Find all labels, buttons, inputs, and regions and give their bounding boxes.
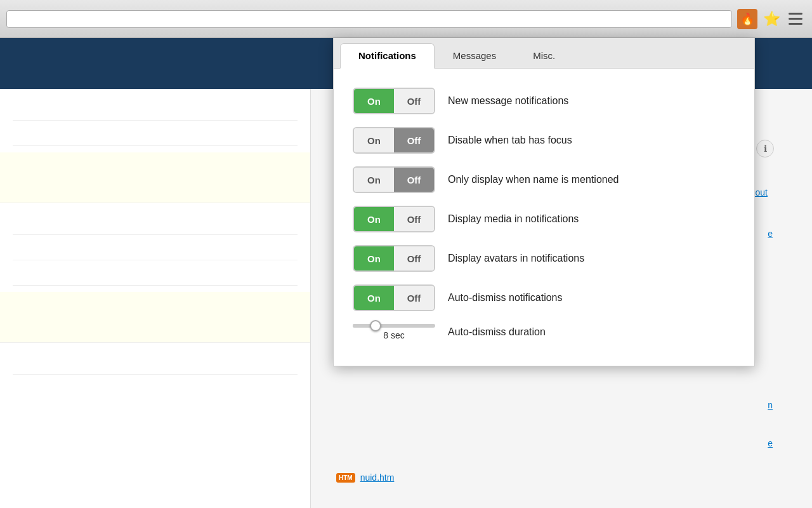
toggle-label-display-avatars: Display avatars in notifications [448,253,584,264]
toggle-mention-only[interactable]: On Off [353,166,435,193]
circle-icon-area: ℹ [756,140,774,157]
panel-content: On Off New message notifications On Off … [334,69,754,366]
tab-messages[interactable]: Messages [435,43,514,68]
content-line [13,260,298,286]
toggle-row-display-media: On Off Display media in notifications [353,199,735,239]
toggle-off-btn[interactable]: Off [394,89,434,113]
toggle-display-avatars[interactable]: On Off [353,245,435,272]
tabs-bar: Notifications Messages Misc. [334,38,754,69]
content-line [13,121,298,146]
side-link-1[interactable]: e [768,229,773,239]
popup-panel: Notifications Messages Misc. On Off New … [333,38,755,366]
menu-line [789,23,802,25]
menu-icon[interactable] [785,9,806,29]
content-yellow-block [0,292,310,343]
toggle-off-btn[interactable]: Off [394,168,434,192]
slider-thumb[interactable] [370,320,381,331]
toggle-label-new-message: New message notifications [448,95,568,107]
tab-misc[interactable]: Misc. [514,43,573,68]
flame-icon[interactable]: 🔥 [737,9,757,29]
content-area [0,89,311,508]
content-yellow-block [0,152,310,203]
content-lines [0,89,310,381]
slider-value: 8 sec [383,330,404,340]
toggle-label-display-media: Display media in notifications [448,213,579,225]
slider-container: 8 sec [353,324,435,340]
toggle-row-auto-dismiss: On Off Auto-dismiss notifications [353,278,735,318]
toolbar-icons: 🔥 ⭐ [737,9,806,29]
toggle-off-btn[interactable]: Off [394,246,434,271]
toggle-new-message[interactable]: On Off [353,88,435,114]
toggle-on-btn[interactable]: On [354,246,394,271]
slider-row-auto-dismiss-duration: 8 sec Auto-dismiss duration [353,318,735,347]
toggle-row-disable-tab: On Off Disable when tab has focus [353,121,735,160]
toggle-on-btn[interactable]: On [354,128,394,152]
html-link-area: HTM nuid.htm [336,472,394,483]
menu-line [789,18,802,20]
toggle-on-btn[interactable]: On [354,286,394,310]
content-line [13,95,298,121]
toggle-label-mention-only: Only display when name is mentioned [448,174,619,185]
toggle-display-media[interactable]: On Off [353,206,435,232]
toggle-row-mention-only: On Off Only display when name is mention… [353,160,735,199]
content-line [13,235,298,260]
menu-line [789,13,802,15]
side-link-3[interactable]: e [768,438,773,448]
toggle-row-display-avatars: On Off Display avatars in notifications [353,239,735,278]
html-badge: HTM [336,473,355,483]
toggle-off-btn[interactable]: Off [394,128,434,152]
content-line [13,210,298,235]
toggle-disable-tab[interactable]: On Off [353,127,435,154]
slider-track [353,324,435,328]
html-link[interactable]: nuid.htm [360,472,395,483]
toggle-off-btn[interactable]: Off [394,286,434,310]
slider-label: Auto-dismiss duration [448,326,546,338]
circle-icon[interactable]: ℹ [756,140,774,157]
toggle-on-btn[interactable]: On [354,168,394,192]
toggle-row-new-message: On Off New message notifications [353,81,735,121]
toggle-label-auto-dismiss: Auto-dismiss notifications [448,292,563,304]
side-link-2[interactable]: n [768,400,773,410]
browser-chrome: 🔥 ⭐ [0,0,812,38]
tab-notifications[interactable]: Notifications [340,43,435,69]
toggle-on-btn[interactable]: On [354,207,394,231]
toggle-label-disable-tab: Disable when tab has focus [448,135,572,146]
toggle-off-btn[interactable]: Off [394,207,434,231]
toggle-auto-dismiss[interactable]: On Off [353,284,435,311]
browser-toolbar: 🔥 ⭐ [6,9,806,29]
star-icon[interactable]: ⭐ [761,9,782,29]
toggle-on-btn[interactable]: On [354,89,394,113]
address-bar[interactable] [6,10,732,28]
content-line [13,349,298,375]
